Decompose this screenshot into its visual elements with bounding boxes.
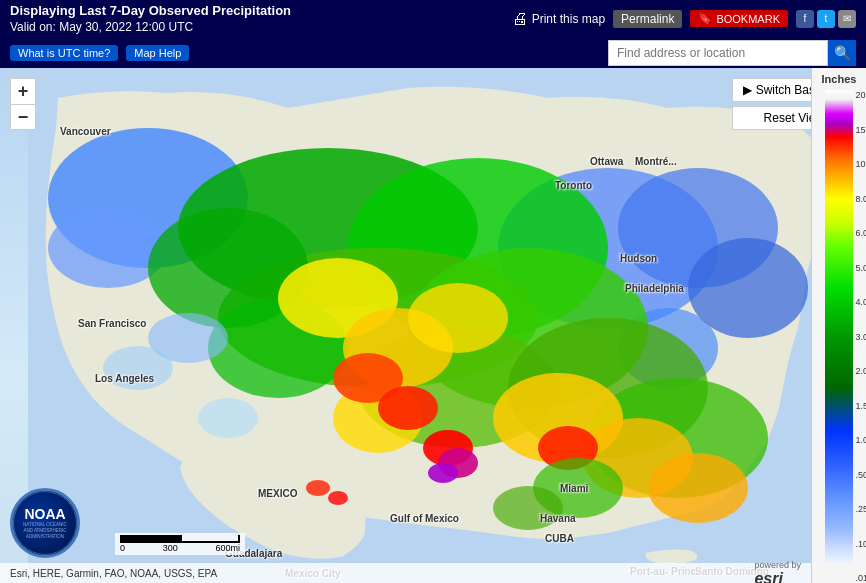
noaa-subtitle: NATIONAL OCEANICAND ATMOSPHERICADMINISTR… bbox=[23, 522, 67, 540]
bookmark-button[interactable]: 🔖 BOOKMARK bbox=[690, 10, 788, 27]
attribution-text: Esri, HERE, Garmin, FAO, NOAA, USGS, EPA bbox=[10, 568, 217, 579]
legend-label-5: 5.0 bbox=[855, 263, 866, 273]
attribution: Esri, HERE, Garmin, FAO, NOAA, USGS, EPA… bbox=[0, 563, 811, 583]
social-icons: f t ✉ bbox=[796, 10, 856, 28]
legend-label-3: 3.0 bbox=[855, 332, 866, 342]
print-button[interactable]: 🖨 Print this map bbox=[512, 10, 605, 28]
triangle-icon: ▶ bbox=[743, 83, 752, 97]
map-valid: Valid on: May 30, 2022 12:00 UTC bbox=[10, 20, 512, 34]
scale-label-1: 300 bbox=[163, 543, 178, 553]
top-controls: 🖨 Print this map Permalink 🔖 BOOKMARK f … bbox=[512, 10, 856, 28]
svg-point-21 bbox=[648, 453, 748, 523]
search-icon: 🔍 bbox=[834, 45, 851, 61]
svg-point-24 bbox=[378, 386, 438, 430]
legend-label-20: 20 bbox=[855, 90, 866, 100]
legend-label-10b: .10 bbox=[855, 539, 866, 549]
svg-point-29 bbox=[306, 480, 330, 496]
legend-label-4: 4.0 bbox=[855, 297, 866, 307]
legend-label-2: 2.0 bbox=[855, 366, 866, 376]
svg-point-18 bbox=[408, 283, 508, 353]
facebook-icon[interactable]: f bbox=[796, 10, 814, 28]
map-title: Displaying Last 7-Day Observed Precipita… bbox=[10, 3, 512, 20]
legend-label-values: 20 15 10 8.0 6.0 5.0 4.0 3.0 2.0 1.5 1.0… bbox=[855, 90, 866, 583]
top-row: Displaying Last 7-Day Observed Precipita… bbox=[0, 0, 866, 38]
scale-bar: 0 300 600mi bbox=[115, 533, 245, 555]
noaa-badge: NOAA NATIONAL OCEANICAND ATMOSPHERICADMI… bbox=[10, 488, 80, 558]
help-button[interactable]: Map Help bbox=[126, 45, 189, 61]
legend: Inches 20 15 10 8.0 6.0 5.0 4.0 3.0 2.0 … bbox=[811, 68, 866, 583]
legend-label-15b: 1.5 bbox=[855, 401, 866, 411]
search-button[interactable]: 🔍 bbox=[828, 40, 856, 66]
zoom-in-button[interactable]: + bbox=[10, 78, 36, 104]
zoom-controls: + − bbox=[10, 78, 36, 130]
noaa-logo: NOAA NATIONAL OCEANICAND ATMOSPHERICADMI… bbox=[10, 488, 80, 558]
bookmark-label: BOOKMARK bbox=[716, 13, 780, 25]
legend-title: Inches bbox=[822, 73, 857, 85]
printer-icon: 🖨 bbox=[512, 10, 528, 28]
scale-labels: 0 300 600mi bbox=[120, 543, 240, 553]
title-area: Displaying Last 7-Day Observed Precipita… bbox=[10, 3, 512, 34]
legend-label-8: 8.0 bbox=[855, 194, 866, 204]
permalink-button[interactable]: Permalink bbox=[613, 10, 682, 28]
bottom-row: What is UTC time? Map Help 🔍 bbox=[0, 38, 866, 68]
search-input[interactable] bbox=[608, 40, 828, 66]
svg-point-32 bbox=[103, 346, 173, 390]
scale-line bbox=[120, 535, 240, 543]
zoom-out-button[interactable]: − bbox=[10, 104, 36, 130]
scale-label-0: 0 bbox=[120, 543, 125, 553]
legend-label-15: 15 bbox=[855, 125, 866, 135]
scale-label-2: 600mi bbox=[215, 543, 240, 553]
legend-label-25: .25 bbox=[855, 504, 866, 514]
svg-point-33 bbox=[198, 398, 258, 438]
precipitation-overlay bbox=[0, 68, 866, 583]
email-icon[interactable]: ✉ bbox=[838, 10, 856, 28]
svg-point-35 bbox=[493, 486, 563, 530]
utc-button[interactable]: What is UTC time? bbox=[10, 45, 118, 61]
search-area: 🔍 bbox=[608, 40, 856, 66]
legend-label-10: 10 bbox=[855, 159, 866, 169]
svg-point-28 bbox=[428, 463, 458, 483]
scale-half bbox=[122, 535, 182, 541]
print-label: Print this map bbox=[532, 12, 605, 26]
twitter-icon[interactable]: t bbox=[817, 10, 835, 28]
legend-label-1: 1.0 bbox=[855, 435, 866, 445]
esri-powered: powered by esri bbox=[754, 558, 801, 583]
svg-point-30 bbox=[328, 491, 348, 505]
legend-label-50: .50 bbox=[855, 470, 866, 480]
top-bar: Displaying Last 7-Day Observed Precipita… bbox=[0, 0, 866, 68]
legend-label-6: 6.0 bbox=[855, 228, 866, 238]
legend-label-01: .01 bbox=[855, 573, 866, 583]
bookmark-icon: 🔖 bbox=[698, 12, 712, 25]
noaa-text: NOAA bbox=[24, 506, 65, 522]
color-bar bbox=[825, 90, 853, 563]
map-container[interactable]: OttawaMontré...TorontoSan FranciscoLos A… bbox=[0, 68, 866, 583]
